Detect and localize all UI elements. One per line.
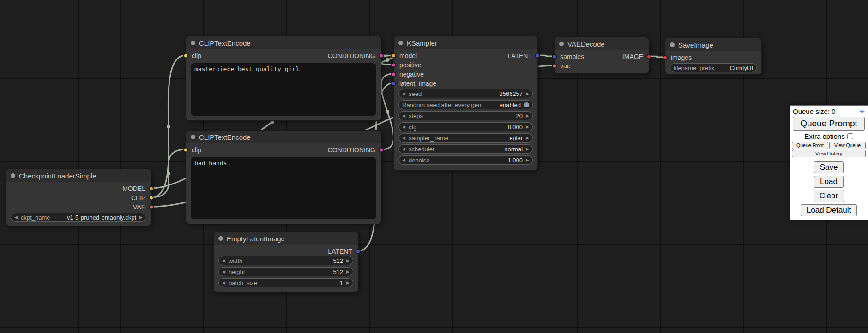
collapse-dot-icon[interactable] xyxy=(559,42,564,46)
increment-arrow-icon[interactable]: ▶ xyxy=(346,281,350,285)
widget-random-seed-toggle[interactable]: Random seed after every gen enabled xyxy=(398,100,533,109)
node-title-bar[interactable]: EmptyLatentImage xyxy=(214,232,358,245)
port-conditioning-output[interactable] xyxy=(379,54,384,59)
slot-row: positive xyxy=(394,60,537,70)
node-title-bar[interactable]: CLIPTextEncode xyxy=(186,36,381,49)
slot-row: clip CONDITIONING xyxy=(186,51,381,60)
decrement-arrow-icon[interactable]: ◀ xyxy=(402,92,405,96)
extra-options-label: Extra options xyxy=(804,132,845,140)
slot-row: VAE xyxy=(6,202,151,212)
widget-batch-size[interactable]: ◀ batch_size 1 ▶ xyxy=(218,278,353,287)
view-queue-button[interactable]: View Queue xyxy=(829,142,866,149)
widget-steps[interactable]: ◀ steps 20 ▶ xyxy=(398,111,533,120)
node-title: SaveImage xyxy=(678,41,713,49)
node-checkpoint-loader-simple[interactable]: CheckpointLoaderSimple MODEL CLIP VAE ◀ … xyxy=(6,169,151,226)
increment-arrow-icon[interactable]: ▶ xyxy=(139,215,143,220)
node-canvas[interactable]: CheckpointLoaderSimple MODEL CLIP VAE ◀ … xyxy=(0,0,868,333)
collapse-dot-icon[interactable] xyxy=(191,135,195,139)
port-images-input[interactable] xyxy=(663,55,668,60)
clear-button[interactable]: Clear xyxy=(814,190,844,202)
node-title-bar[interactable]: CLIPTextEncode xyxy=(186,131,381,143)
port-vae-input[interactable] xyxy=(552,64,557,69)
input-label-negative: negative xyxy=(399,71,424,78)
widget-cfg[interactable]: ◀ cfg 8.000 ▶ xyxy=(398,122,533,131)
node-title-bar[interactable]: SaveImage xyxy=(665,38,761,51)
slot-area: images xyxy=(665,51,761,62)
prompt-textarea[interactable]: masterpiece best quality girl xyxy=(191,63,376,116)
collapse-dot-icon[interactable] xyxy=(191,41,195,45)
node-clip-text-encode-negative[interactable]: CLIPTextEncode clip CONDITIONING bad han… xyxy=(186,130,381,224)
increment-arrow-icon[interactable]: ▶ xyxy=(526,136,529,140)
increment-arrow-icon[interactable]: ▶ xyxy=(526,125,529,129)
slot-row: latent_image xyxy=(394,79,537,88)
decrement-arrow-icon[interactable]: ◀ xyxy=(402,136,405,140)
node-title-bar[interactable]: CheckpointLoaderSimple xyxy=(6,169,151,182)
collapse-dot-icon[interactable] xyxy=(670,42,675,47)
widget-scheduler[interactable]: ◀ scheduler normal ▶ xyxy=(398,144,533,154)
queue-front-button[interactable]: Queue Front xyxy=(792,142,828,149)
widget-sampler-name[interactable]: ◀ sampler_name euler ▶ xyxy=(398,133,533,143)
widget-value: 8566257 xyxy=(425,90,523,97)
node-title-bar[interactable]: VAEDecode xyxy=(555,37,649,50)
decrement-arrow-icon[interactable]: ◀ xyxy=(222,270,225,274)
collapse-dot-icon[interactable] xyxy=(398,41,403,45)
port-latent-output[interactable] xyxy=(356,249,361,254)
collapse-dot-icon[interactable] xyxy=(11,173,15,178)
widget-label: denoise xyxy=(409,157,430,164)
node-empty-latent-image[interactable]: EmptyLatentImage LATENT ◀ width 512 ▶ ◀ … xyxy=(213,232,358,292)
node-save-image[interactable]: SaveImage images filename_prefix ComfyUI xyxy=(665,38,762,75)
port-model-output[interactable] xyxy=(149,186,154,191)
node-clip-text-encode-positive[interactable]: CLIPTextEncode clip CONDITIONING masterp… xyxy=(186,36,381,121)
port-latent-output[interactable] xyxy=(535,54,540,59)
widget-seed[interactable]: ◀ seed 8566257 ▶ xyxy=(398,89,533,98)
node-vae-decode[interactable]: VAEDecode samples IMAGE vae xyxy=(554,37,649,74)
port-vae-output[interactable] xyxy=(149,205,154,210)
node-ksampler[interactable]: KSampler model LATENT positive negative … xyxy=(393,36,538,171)
port-clip-output[interactable] xyxy=(149,196,154,201)
toggle-on-icon[interactable] xyxy=(524,102,529,107)
widget-ckpt-name[interactable]: ◀ ckpt_name v1-5-pruned-emaonly.ckpt ▶ xyxy=(11,213,146,222)
port-samples-input[interactable] xyxy=(552,54,557,59)
decrement-arrow-icon[interactable]: ◀ xyxy=(402,114,405,118)
port-latent-image-input[interactable] xyxy=(391,81,396,86)
port-model-input[interactable] xyxy=(391,54,396,59)
increment-arrow-icon[interactable]: ▶ xyxy=(346,259,350,263)
decrement-arrow-icon[interactable]: ◀ xyxy=(222,281,225,285)
increment-arrow-icon[interactable]: ▶ xyxy=(346,270,350,274)
node-title-bar[interactable]: KSampler xyxy=(394,36,537,49)
slot-area: model LATENT positive negative latent_im… xyxy=(394,49,537,88)
view-history-button[interactable]: View History xyxy=(792,150,866,157)
decrement-arrow-icon[interactable]: ◀ xyxy=(222,259,225,263)
slot-area: MODEL CLIP VAE xyxy=(6,182,151,212)
widget-height[interactable]: ◀ height 512 ▶ xyxy=(218,267,353,276)
port-clip-input[interactable] xyxy=(183,54,188,59)
decrement-arrow-icon[interactable]: ◀ xyxy=(402,147,405,151)
settings-gear-icon[interactable]: ✳ xyxy=(859,108,865,115)
prompt-textarea[interactable]: bad hands xyxy=(191,157,376,219)
output-label-conditioning: CONDITIONING xyxy=(328,146,375,154)
port-image-output[interactable] xyxy=(646,54,651,59)
increment-arrow-icon[interactable]: ▶ xyxy=(526,114,529,118)
load-default-button[interactable]: Load Default xyxy=(801,204,857,216)
collapse-dot-icon[interactable] xyxy=(218,236,223,241)
load-button[interactable]: Load xyxy=(814,176,844,188)
port-conditioning-output[interactable] xyxy=(379,148,384,153)
decrement-arrow-icon[interactable]: ◀ xyxy=(402,125,405,129)
port-negative-input[interactable] xyxy=(391,72,396,77)
widget-denoise[interactable]: ◀ denoise 1.000 ▶ xyxy=(398,155,533,165)
extra-options-checkbox[interactable] xyxy=(847,133,853,139)
save-button[interactable]: Save xyxy=(814,161,844,173)
menu-header: Queue size: 0 ✳ xyxy=(791,107,866,116)
queue-prompt-button[interactable]: Queue Prompt xyxy=(793,117,865,131)
decrement-arrow-icon[interactable]: ◀ xyxy=(402,158,405,162)
port-positive-input[interactable] xyxy=(391,63,396,68)
widget-width[interactable]: ◀ width 512 ▶ xyxy=(218,256,353,265)
increment-arrow-icon[interactable]: ▶ xyxy=(526,147,529,151)
increment-arrow-icon[interactable]: ▶ xyxy=(526,158,529,162)
slot-row: LATENT xyxy=(214,247,358,256)
increment-arrow-icon[interactable]: ▶ xyxy=(526,92,529,96)
link-midpoint xyxy=(386,58,389,62)
widget-filename-prefix[interactable]: filename_prefix ComfyUI xyxy=(670,63,757,72)
decrement-arrow-icon[interactable]: ◀ xyxy=(14,215,18,220)
port-clip-input[interactable] xyxy=(183,148,188,153)
